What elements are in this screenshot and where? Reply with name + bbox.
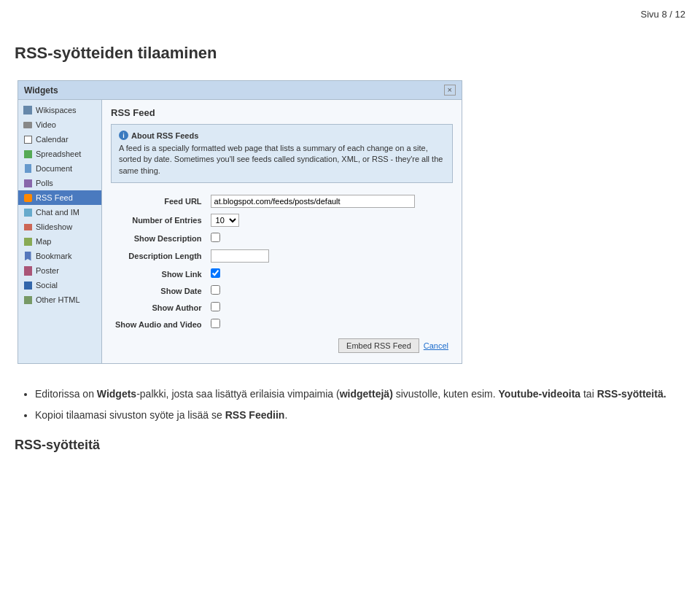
show-audio-label: Show Audio and Video <box>111 316 206 333</box>
show-author-row: Show Author <box>111 299 453 316</box>
sidebar-item-wikispaces[interactable]: Wikispaces <box>18 103 101 117</box>
bullet-item-1: Editorissa on Widgets-palkki, josta saa … <box>35 386 685 402</box>
show-desc-cell <box>206 230 453 247</box>
sidebar-label: Poster <box>36 266 59 275</box>
show-link-row: Show Link <box>111 265 453 282</box>
bullet-text-2: Kopioi tilaamasi sivuston syöte ja lisää… <box>35 409 287 421</box>
bold-rss: RSS-syötteitä. <box>597 388 666 400</box>
desc-length-row: Description Length <box>111 247 453 265</box>
bookmark-icon <box>23 251 33 261</box>
num-entries-row: Number of Entries 5 10 15 20 <box>111 211 453 230</box>
chat-icon <box>23 207 33 217</box>
polls-icon <box>23 178 33 188</box>
dialog-titlebar: Widgets × <box>18 81 462 100</box>
sidebar-item-poster[interactable]: Poster <box>18 263 101 278</box>
dialog-title: Widgets <box>24 85 58 96</box>
bold-rss-feed: RSS Feediin <box>225 409 285 421</box>
sidebar-label: Spreadsheet <box>36 150 81 158</box>
sidebar-label: Polls <box>36 179 53 187</box>
form-footer: Embed RSS Feed Cancel <box>111 333 453 356</box>
sidebar-label: Map <box>36 237 51 246</box>
show-link-checkbox[interactable] <box>211 268 220 278</box>
feed-url-input[interactable] <box>211 195 415 208</box>
bold-youtube: Youtube-videoita <box>499 388 581 400</box>
show-author-label: Show Author <box>111 299 206 316</box>
cancel-button[interactable]: Cancel <box>424 341 448 350</box>
show-author-cell <box>206 299 453 316</box>
show-date-label: Show Date <box>111 282 206 299</box>
social-icon <box>23 280 33 290</box>
show-author-checkbox[interactable] <box>211 302 220 311</box>
bold-widgetteja: widgettejä) <box>340 388 393 400</box>
info-box-text: A feed is a specially formatted web page… <box>119 143 445 176</box>
sidebar-label: Calendar <box>36 135 69 144</box>
show-desc-checkbox[interactable] <box>211 233 220 242</box>
calendar-icon <box>23 134 33 144</box>
sidebar-label: Bookmark <box>36 252 72 260</box>
document-icon <box>23 163 33 174</box>
show-audio-row: Show Audio and Video <box>111 316 453 333</box>
show-date-row: Show Date <box>111 282 453 299</box>
sidebar-label: Other HTML <box>36 295 80 304</box>
bullet-text: Editorissa on Widgets-palkki, josta saa … <box>35 388 666 400</box>
sidebar-item-bookmark[interactable]: Bookmark <box>18 249 101 263</box>
embed-rss-feed-button[interactable]: Embed RSS Feed <box>338 338 419 353</box>
num-entries-cell: 5 10 15 20 <box>206 211 453 230</box>
show-date-checkbox[interactable] <box>211 285 220 295</box>
page-number: Sivu 8 / 12 <box>641 9 685 20</box>
num-entries-label: Number of Entries <box>111 211 206 230</box>
rss-form: Feed URL Number of Entries 5 10 <box>111 192 453 333</box>
poster-icon <box>23 265 33 276</box>
rss-icon <box>23 193 33 203</box>
info-box: i About RSS Feeds A feed is a specially … <box>111 124 453 183</box>
desc-length-input[interactable] <box>211 249 269 263</box>
show-date-cell <box>206 282 453 299</box>
sidebar-label: RSS Feed <box>36 193 73 202</box>
show-link-cell <box>206 265 453 282</box>
show-link-label: Show Link <box>111 265 206 282</box>
video-icon <box>23 120 33 130</box>
bottom-section-heading: RSS-syötteitä <box>15 438 685 453</box>
page-title: RSS-syötteiden tilaaminen <box>15 44 685 63</box>
feed-url-cell <box>206 192 453 211</box>
sidebar-item-rss-feed[interactable]: RSS Feed <box>18 190 101 205</box>
bullet-item-2: Kopioi tilaamasi sivuston syöte ja lisää… <box>35 407 685 423</box>
sidebar-item-slideshow[interactable]: Slideshow <box>18 220 101 234</box>
dialog-body: Wikispaces Video Calendar <box>18 100 462 363</box>
slideshow-icon <box>23 222 33 232</box>
show-audio-checkbox[interactable] <box>211 319 220 328</box>
sidebar-label: Video <box>36 120 56 129</box>
bold-widgets: Widgets <box>97 388 136 400</box>
sidebar-item-social[interactable]: Social <box>18 278 101 292</box>
desc-length-cell <box>206 247 453 265</box>
show-audio-cell <box>206 316 453 333</box>
content-title: RSS Feed <box>111 107 453 118</box>
sidebar-item-spreadsheet[interactable]: Spreadsheet <box>18 147 101 161</box>
sidebar-item-polls[interactable]: Polls <box>18 176 101 190</box>
sidebar-item-chat-im[interactable]: Chat and IM <box>18 205 101 220</box>
map-icon <box>23 236 33 247</box>
feed-url-label: Feed URL <box>111 192 206 211</box>
num-entries-select[interactable]: 5 10 15 20 <box>211 214 239 227</box>
widget-sidebar: Wikispaces Video Calendar <box>18 100 102 363</box>
spreadsheet-icon <box>23 149 33 159</box>
show-desc-row: Show Description <box>111 230 453 247</box>
dialog-close-button[interactable]: × <box>444 85 456 96</box>
sidebar-item-document[interactable]: Document <box>18 161 101 176</box>
sidebar-item-map[interactable]: Map <box>18 234 101 249</box>
sidebar-label: Slideshow <box>36 222 72 231</box>
sidebar-label: Social <box>36 281 58 290</box>
info-icon: i <box>119 131 128 140</box>
widgets-dialog: Widgets × Wikispaces Video <box>18 80 462 364</box>
sidebar-label: Chat and IM <box>36 208 79 217</box>
sidebar-item-calendar[interactable]: Calendar <box>18 132 101 147</box>
sidebar-item-other-html[interactable]: Other HTML <box>18 292 101 307</box>
other-icon <box>23 295 33 305</box>
bullet-list: Editorissa on Widgets-palkki, josta saa … <box>15 386 685 423</box>
sidebar-item-video[interactable]: Video <box>18 117 101 132</box>
rss-feed-content: RSS Feed i About RSS Feeds A feed is a s… <box>102 100 462 363</box>
sidebar-label: Document <box>36 164 72 173</box>
desc-length-label: Description Length <box>111 247 206 265</box>
wikispaces-icon <box>23 105 33 115</box>
feed-url-row: Feed URL <box>111 192 453 211</box>
